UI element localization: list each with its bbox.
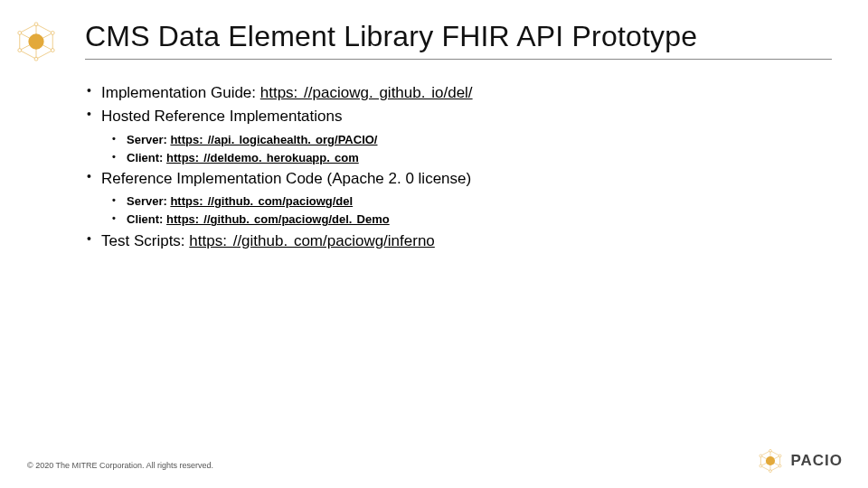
svg-point-12 bbox=[28, 33, 43, 49]
svg-point-35 bbox=[769, 470, 772, 473]
hexagon-network-icon bbox=[14, 20, 58, 63]
label: Client: bbox=[127, 151, 166, 164]
bullet-hosted-reference: Hosted Reference Implementations Server:… bbox=[85, 105, 814, 167]
svg-point-15 bbox=[51, 49, 54, 52]
pacio-logo-bottom: PACIO bbox=[758, 448, 843, 474]
bullet-test-scripts: Test Scripts: https: //github. com/pacio… bbox=[85, 230, 814, 253]
svg-point-31 bbox=[766, 456, 775, 465]
label: Client: bbox=[127, 212, 166, 226]
svg-point-32 bbox=[769, 449, 772, 452]
page-title: CMS Data Element Library FHIR API Protot… bbox=[85, 20, 832, 60]
label: Implementation Guide: bbox=[101, 84, 260, 101]
link-client-code[interactable]: https: //github. com/paciowg/del. Demo bbox=[166, 212, 390, 226]
pacio-logo-top bbox=[14, 20, 58, 63]
svg-line-3 bbox=[20, 51, 36, 60]
title-wrap: CMS Data Element Library FHIR API Protot… bbox=[85, 20, 832, 60]
svg-point-37 bbox=[760, 455, 762, 457]
label: Server: bbox=[127, 194, 170, 208]
svg-point-33 bbox=[779, 455, 782, 457]
brand-name: PACIO bbox=[790, 452, 843, 470]
svg-line-5 bbox=[20, 24, 36, 33]
label: Server: bbox=[127, 133, 170, 146]
svg-point-17 bbox=[18, 49, 22, 52]
footer-copyright: © 2020 The MITRE Corporation. All rights… bbox=[27, 461, 213, 470]
svg-line-0 bbox=[36, 24, 52, 33]
label: Test Scripts: bbox=[101, 232, 189, 249]
svg-line-19 bbox=[770, 451, 780, 456]
svg-line-22 bbox=[761, 466, 771, 472]
link-server-hosted[interactable]: https: //api. logicahealth. org/PACIO/ bbox=[170, 133, 377, 146]
svg-line-24 bbox=[761, 451, 771, 456]
svg-point-18 bbox=[18, 31, 22, 34]
svg-point-16 bbox=[34, 57, 38, 61]
svg-point-14 bbox=[51, 31, 54, 34]
link-client-hosted[interactable]: https: //deldemo. herokuapp. com bbox=[166, 151, 359, 164]
label: Hosted Reference Implementations bbox=[101, 108, 342, 125]
sub-bullet-client-hosted: Client: https: //deldemo. herokuapp. com bbox=[110, 149, 814, 167]
sub-bullet-server-code: Server: https: //github. com/paciowg/del bbox=[110, 192, 814, 211]
svg-point-34 bbox=[779, 465, 782, 467]
bullet-reference-code: Reference Implementation Code (Apache 2.… bbox=[85, 167, 814, 230]
content-list: Implementation Guide: https: //paciowg. … bbox=[85, 81, 814, 253]
bullet-implementation-guide: Implementation Guide: https: //paciowg. … bbox=[85, 81, 814, 105]
svg-line-21 bbox=[770, 466, 780, 472]
svg-point-36 bbox=[760, 465, 762, 467]
link-server-code[interactable]: https: //github. com/paciowg/del bbox=[170, 194, 353, 208]
svg-line-2 bbox=[36, 51, 52, 60]
sub-bullet-client-code: Client: https: //github. com/paciowg/del… bbox=[110, 211, 814, 229]
label: Reference Implementation Code (Apache 2.… bbox=[101, 170, 471, 187]
link-test-scripts[interactable]: https: //github. com/paciowg/inferno bbox=[189, 232, 435, 249]
svg-point-13 bbox=[34, 23, 38, 26]
sub-bullet-server-hosted: Server: https: //api. logicahealth. org/… bbox=[110, 131, 814, 149]
hexagon-network-icon bbox=[758, 448, 783, 474]
slide: CMS Data Element Library FHIR API Protot… bbox=[0, 0, 868, 488]
link-implementation-guide[interactable]: https: //paciowg. github. io/del/ bbox=[260, 84, 473, 101]
